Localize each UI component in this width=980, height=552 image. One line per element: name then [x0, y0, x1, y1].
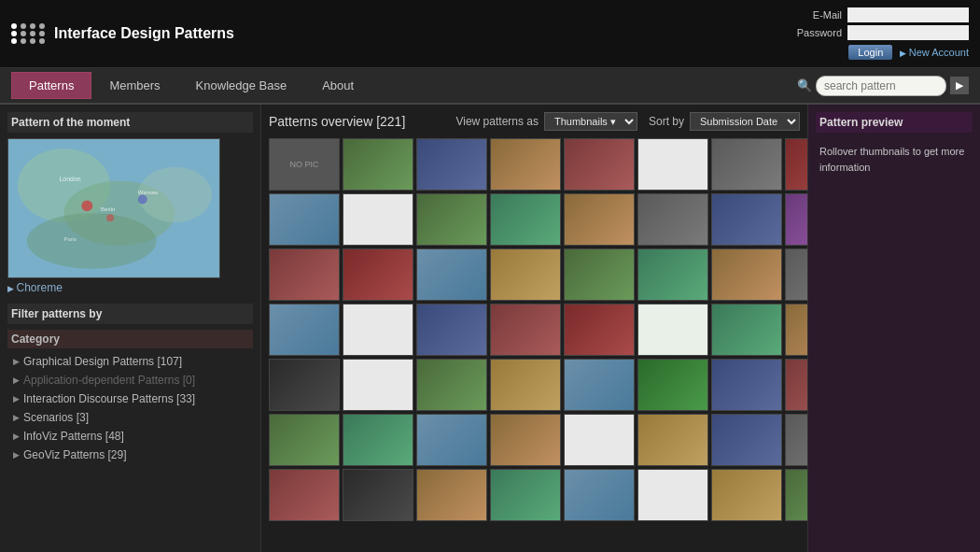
search-button[interactable]: ▶ [950, 77, 969, 94]
thumb-item[interactable] [343, 414, 413, 466]
map-name-link[interactable]: Choreme [7, 281, 253, 294]
thumb-item[interactable] [711, 248, 782, 301]
thumb-item[interactable] [269, 359, 340, 411]
filter-section: Filter patterns by Category Graphical De… [7, 304, 253, 464]
tab-about[interactable]: About [304, 72, 371, 99]
thumb-item[interactable] [343, 304, 413, 356]
thumb-item[interactable] [564, 193, 635, 246]
logo-area: Interface Design Patterns [11, 23, 234, 44]
thumb-item[interactable] [490, 359, 561, 411]
filter-geoviz[interactable]: GeoViz Patterns [29] [7, 446, 253, 464]
thumb-item[interactable] [564, 138, 635, 191]
thumb-item[interactable] [637, 138, 708, 191]
thumb-item[interactable] [637, 304, 708, 356]
thumb-item[interactable] [711, 138, 782, 191]
view-select[interactable]: Thumbnails ▾ List [544, 112, 637, 131]
thumb-item[interactable] [416, 248, 487, 301]
svg-point-7 [138, 194, 147, 204]
tab-members[interactable]: Members [91, 72, 177, 99]
thumb-item[interactable] [785, 138, 807, 191]
thumb-item[interactable] [564, 248, 635, 301]
thumb-item[interactable] [343, 359, 413, 411]
thumb-item[interactable] [269, 304, 340, 356]
filter-graphical[interactable]: Graphical Design Patterns [107] [7, 352, 253, 371]
thumb-item[interactable] [416, 414, 487, 466]
filter-app-dependent[interactable]: Application-dependent Patterns [0] [7, 371, 253, 389]
thumb-item[interactable] [564, 469, 635, 521]
thumb-item[interactable] [490, 469, 561, 521]
thumb-item[interactable] [637, 359, 708, 411]
thumb-item[interactable]: NO PIC [269, 138, 340, 191]
svg-text:Paris: Paris [63, 236, 77, 242]
login-button[interactable]: Login [848, 45, 892, 60]
sort-label: Sort by [649, 115, 684, 128]
thumb-item[interactable] [785, 193, 807, 246]
thumb-item[interactable] [564, 304, 635, 356]
thumb-item[interactable] [637, 248, 708, 301]
login-area: E-Mail Password Login New Account [791, 7, 969, 60]
thumb-item[interactable] [711, 414, 782, 466]
new-account-link[interactable]: New Account [900, 47, 969, 58]
search-icon: 🔍 [797, 78, 812, 92]
main-layout: Pattern of the moment London Berlin [0, 105, 980, 552]
filter-infoviz[interactable]: InfoViz Patterns [48] [7, 427, 253, 446]
filter-interaction[interactable]: Interaction Discourse Patterns [33] [7, 389, 253, 408]
thumb-item[interactable] [416, 138, 487, 191]
thumb-item[interactable] [711, 304, 782, 356]
search-area: 🔍 ▶ [797, 76, 969, 96]
thumb-item[interactable] [343, 193, 413, 246]
thumb-item[interactable] [490, 138, 561, 191]
thumb-item[interactable] [490, 193, 561, 246]
thumb-item[interactable] [785, 359, 807, 411]
thumb-item[interactable] [343, 138, 413, 191]
pattern-preview-panel: Pattern preview Rollover thumbnails to g… [807, 105, 980, 552]
view-sort-controls: View patterns as Thumbnails ▾ List Sort … [455, 112, 800, 131]
thumb-item[interactable] [416, 304, 487, 356]
thumb-item[interactable] [343, 469, 413, 521]
logo-icon [11, 23, 47, 44]
map-thumbnail[interactable]: London Berlin Warsaw Paris [7, 138, 220, 278]
thumb-item[interactable] [637, 414, 708, 466]
pattern-preview-description: Rollover thumbnails to get more informat… [816, 140, 973, 178]
pattern-preview-title: Pattern preview [816, 112, 973, 133]
search-input[interactable] [816, 76, 946, 96]
thumb-item[interactable] [269, 193, 340, 246]
thumb-item[interactable] [416, 359, 487, 411]
tab-knowledge-base[interactable]: Knowledge Base [178, 72, 305, 99]
thumb-item[interactable] [490, 304, 561, 356]
thumb-item[interactable] [564, 359, 635, 411]
sort-select[interactable]: Submission Date Name Category [690, 112, 800, 131]
email-row: E-Mail [791, 7, 969, 22]
password-input[interactable] [847, 25, 969, 40]
login-buttons: Login New Account [848, 45, 969, 60]
sort-group: Sort by Submission Date Name Category [649, 112, 800, 131]
thumb-item[interactable] [269, 469, 340, 521]
svg-text:Warsaw: Warsaw [138, 190, 159, 195]
content-header: Patterns overview [221] View patterns as… [269, 112, 800, 131]
email-input[interactable] [847, 7, 969, 22]
login-fields: E-Mail Password [791, 7, 969, 40]
thumb-item[interactable] [416, 469, 487, 521]
thumb-item[interactable] [343, 248, 413, 301]
thumb-item[interactable] [711, 469, 782, 521]
thumb-item[interactable] [269, 248, 340, 301]
password-row: Password [791, 25, 969, 40]
thumb-item[interactable] [269, 414, 340, 466]
thumb-item[interactable] [490, 248, 561, 301]
thumb-item[interactable] [785, 469, 807, 521]
thumb-item[interactable] [711, 359, 782, 411]
thumb-item[interactable] [785, 414, 807, 466]
thumb-item[interactable] [490, 414, 561, 466]
filter-scenarios[interactable]: Scenarios [3] [7, 408, 253, 427]
thumb-item[interactable] [785, 304, 807, 356]
thumb-item[interactable] [711, 193, 782, 246]
thumb-item[interactable] [637, 193, 708, 246]
password-label: Password [791, 27, 842, 38]
thumb-item[interactable] [416, 193, 487, 246]
thumb-item[interactable] [785, 248, 807, 301]
header: Interface Design Patterns E-Mail Passwor… [0, 0, 980, 68]
thumb-item[interactable] [637, 469, 708, 521]
svg-text:Berlin: Berlin [101, 206, 115, 212]
thumb-item[interactable] [564, 414, 635, 466]
tab-patterns[interactable]: Patterns [11, 72, 91, 99]
